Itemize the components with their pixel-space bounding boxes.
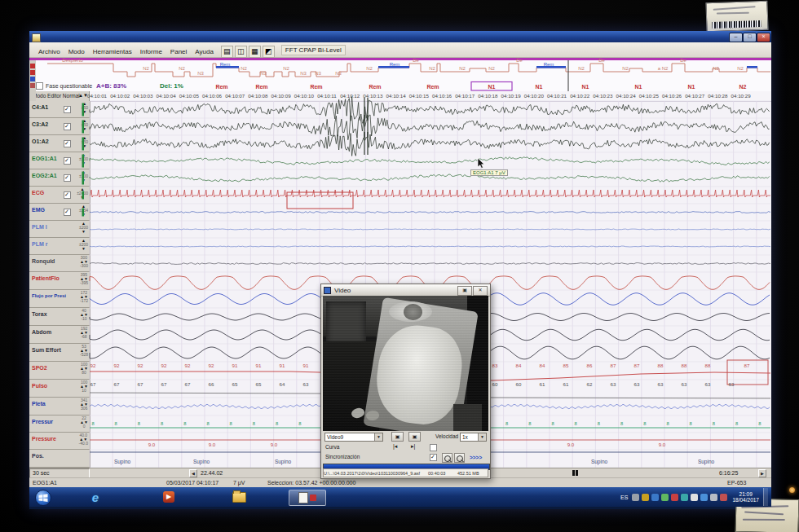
active-app-taskbar-button[interactable] [289, 490, 326, 506]
channel-scale-control[interactable]: 40.0▲▼-40.0 [79, 433, 88, 446]
channel-row-patientflo[interactable]: PatientFlo395▲▼-395 [29, 272, 90, 290]
fft-cpap-bilevel-button[interactable]: FFT CPAP Bi-Level [281, 45, 346, 55]
channel-scale-control[interactable]: 22▲▼0 [80, 416, 88, 429]
monitor-power-led[interactable] [789, 487, 795, 493]
video-close-button[interactable]: ✕ [473, 286, 488, 296]
curva-checkbox[interactable] [430, 444, 437, 451]
internet-explorer-icon[interactable]: e [86, 490, 104, 504]
channel-row-abdom[interactable]: Abdom192▲▼-68 [29, 326, 90, 344]
channel-row-ronquid[interactable]: Ronquid300▲▼-300 [29, 255, 90, 272]
channel-checkbox[interactable] [64, 157, 71, 165]
channel-scale-control[interactable]: 100▲▼10 [80, 380, 88, 393]
montage-icon[interactable]: ◩ [263, 46, 275, 58]
channel-row-eog2a1[interactable]: EOG2:A1▲±100▼ [29, 169, 90, 187]
strip-icon[interactable] [30, 83, 35, 88]
taskbar-clock[interactable]: 21:09 18/04/2017 [732, 491, 759, 503]
tray-icon[interactable] [681, 494, 688, 501]
frame-forward-button[interactable]: ▣ [408, 432, 421, 442]
maximize-button[interactable]: □ [743, 33, 757, 42]
video-source-dropdown[interactable]: Video9▼ [324, 433, 383, 442]
channel-row-eog1a1[interactable]: EOG1:A1▲±100▼ [29, 152, 90, 169]
channel-row-sumeffort[interactable]: Sum Effort53▲▼-528 [29, 344, 90, 362]
tray-icon[interactable] [661, 494, 669, 501]
channel-scale-control[interactable]: ▲±100▼ [79, 153, 88, 165]
strip-icon[interactable] [30, 70, 35, 75]
scroll-left-button[interactable]: ◀ [189, 469, 197, 477]
step-to-start-icon[interactable]: |◂ [393, 443, 397, 450]
scroll-right-button[interactable]: ▶ [758, 469, 766, 477]
menu-ayuda[interactable]: Ayuda [191, 47, 218, 56]
sync-checkbox[interactable] [430, 454, 437, 461]
channel-scale-control[interactable]: ▲±50▼ [82, 136, 88, 147]
menu-modo[interactable]: Modo [64, 47, 89, 56]
channel-scale-control[interactable]: 100▲▼80 [80, 363, 88, 375]
channel-scale-control[interactable]: 172▲▼-172 [80, 291, 88, 303]
zoom-out-button[interactable] [442, 453, 452, 463]
menu-panel[interactable]: Panel [166, 47, 191, 56]
strip-icon[interactable] [30, 77, 35, 81]
explorer-folder-icon[interactable] [230, 490, 248, 504]
strip-icon[interactable] [30, 64, 35, 68]
channel-row-plml[interactable]: PLM l▲±200▼ [29, 221, 90, 238]
channel-row-ecg[interactable]: ECG▲±2400▼ [29, 187, 90, 204]
channel-scale-control[interactable]: ▲±200▼ [79, 222, 88, 233]
start-button[interactable] [35, 490, 51, 506]
report-icon[interactable]: ◫ [235, 46, 247, 58]
channel-row-c3a2[interactable]: C3:A2▲±50▼ [29, 118, 90, 135]
channel-scale-control[interactable]: 395▲▼-395 [80, 273, 88, 285]
media-player-icon[interactable]: ▶ [160, 490, 178, 504]
minimize-button[interactable]: – [729, 33, 743, 42]
channel-row-plmr[interactable]: PLM r▲±200▼ [29, 238, 90, 255]
tray-icon[interactable] [632, 494, 639, 501]
channel-row-o1a2[interactable]: O1:A2▲±50▼ [29, 135, 90, 152]
channel-row-spo2[interactable]: SPO2100▲▼80 [29, 362, 90, 380]
tray-icon[interactable] [671, 494, 678, 501]
channel-scale-control[interactable]: ▲±200▼ [79, 239, 88, 250]
channel-checkbox[interactable] [64, 174, 71, 182]
channel-row-c4a1[interactable]: C4:A1▲±50▼ [29, 101, 90, 118]
channel-row-torax[interactable]: Torax40▲▼-10 [29, 308, 90, 326]
channel-checkbox[interactable] [64, 140, 71, 147]
channel-scale-control[interactable]: ▲±50▼ [82, 102, 88, 113]
channel-scale-control[interactable]: ▲±50▼ [82, 119, 88, 130]
frame-back-button[interactable]: ▣ [391, 432, 404, 442]
document-icon[interactable]: ▤ [221, 46, 233, 58]
channel-row-pos[interactable]: Pos. [29, 450, 90, 468]
fase-checkbox[interactable] [36, 82, 43, 90]
channel-checkbox[interactable] [64, 123, 71, 130]
fase-questionable-option[interactable]: Fase questionable [36, 82, 92, 90]
channel-row-flujoporpresi[interactable]: Flujo por Presi172▲▼-172 [29, 290, 90, 308]
tray-icon[interactable] [642, 494, 649, 501]
hypnogram-band[interactable] [29, 60, 771, 82]
editor-mode-arrows[interactable]: ▲▼ [78, 93, 88, 98]
channel-row-pressure[interactable]: Pressure40.0▲▼-40.0 [29, 433, 90, 450]
channel-scale-control[interactable]: 53▲▼-528 [80, 345, 88, 357]
channel-scale-control[interactable]: 300▲▼-300 [80, 256, 88, 268]
video-window-titlebar[interactable]: Video ▣ ✕ [321, 284, 490, 297]
channel-checkbox[interactable] [64, 191, 71, 199]
menu-archivo[interactable]: Archivo [34, 47, 64, 56]
channel-checkbox[interactable] [64, 106, 71, 113]
language-indicator[interactable]: ES [620, 495, 628, 500]
show-desktop-button[interactable] [763, 488, 768, 506]
channel-row-pleta[interactable]: Pleta341▲▼306 [29, 398, 90, 415]
channel-scale-control[interactable]: ▲±100▼ [79, 170, 88, 182]
pause-icon[interactable] [572, 470, 579, 477]
tray-icon[interactable] [720, 494, 727, 501]
channel-scale-control[interactable]: 40▲▼-10 [80, 309, 88, 321]
tray-icon[interactable] [691, 494, 698, 501]
channel-scale-control[interactable]: ▲±2400▼ [77, 187, 88, 199]
channel-row-pulso[interactable]: Pulso100▲▼10 [29, 380, 90, 398]
channel-row-pressur[interactable]: Pressur22▲▼0 [29, 415, 90, 433]
channel-scale-control[interactable]: 341▲▼306 [80, 398, 88, 411]
tray-icon[interactable] [700, 494, 708, 501]
menu-herramientas[interactable]: Herramientas [89, 47, 136, 56]
channel-scale-control[interactable]: ▲±354▼ [79, 204, 88, 216]
fast-forward-label[interactable]: >>>> [470, 455, 482, 460]
channel-scale-control[interactable]: 192▲▼-68 [80, 327, 88, 339]
video-maximize-button[interactable]: ▣ [457, 286, 472, 296]
close-button[interactable]: × [757, 33, 770, 42]
step-to-end-icon[interactable]: ▸| [411, 443, 415, 450]
channel-checkbox[interactable] [64, 209, 71, 216]
zoom-in-button[interactable] [454, 453, 465, 463]
